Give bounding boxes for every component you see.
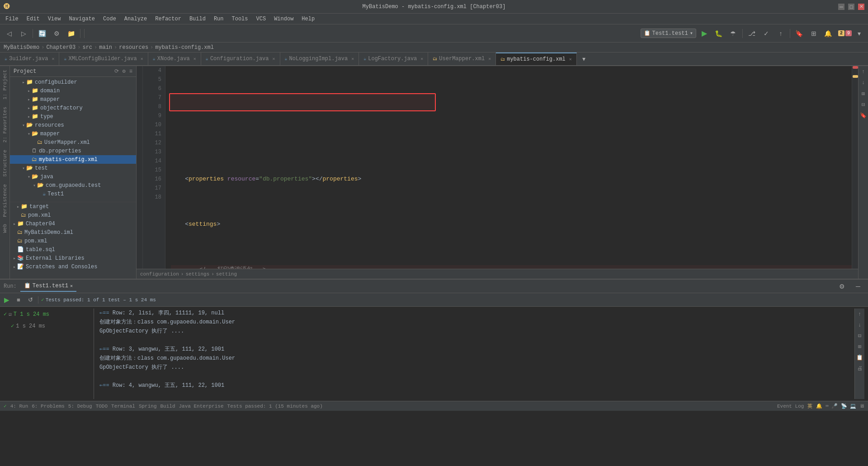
status-terminal-label[interactable]: Terminal (111, 404, 135, 409)
tree-item-scratches[interactable]: ▸ 📝 Scratches and Consoles (10, 262, 136, 271)
tab-xmlconfigbuilder[interactable]: ☕ XMLConfigBuilder.java ✕ (59, 52, 148, 65)
rerun-button[interactable]: ▶ (2, 295, 12, 305)
run-right-icon-1[interactable]: ↑ (856, 310, 864, 319)
favorites-label[interactable]: 2: Favorites (1, 103, 9, 146)
tree-item-configbuilder[interactable]: ▸ 📁 configbuilder (10, 78, 136, 86)
project-panel-label[interactable]: 1: Project (1, 66, 9, 103)
menu-navigate[interactable]: Navigate (65, 15, 99, 23)
breadcrumb-src[interactable]: src (82, 44, 92, 51)
run-right-icon-4[interactable]: ⊞ (856, 343, 864, 351)
tree-item-domain[interactable]: ▸ 📁 domain (10, 86, 136, 95)
status-spring-label[interactable]: Spring (139, 404, 157, 409)
layout-button[interactable]: ⊞ (807, 27, 820, 40)
tab-close-xnode[interactable]: ✕ (193, 56, 196, 62)
expand-errors-button[interactable]: ▾ (853, 27, 865, 40)
tab-xnode[interactable]: ☕ XNode.java ✕ (148, 52, 201, 65)
tab-configuration[interactable]: ☕ Configuration.java ✕ (201, 52, 280, 65)
stop-button[interactable]: ■ (14, 295, 24, 305)
status-event-log[interactable]: Event Log (777, 404, 804, 409)
test-item-root[interactable]: ✓ ☑ T 1 s 24 ms (4, 309, 90, 320)
tab-close-builder[interactable]: ✕ (52, 56, 54, 62)
breadcrumb-resources[interactable]: resources (119, 44, 148, 51)
tab-usermapper[interactable]: 🗂 UserMapper.xml ✕ (428, 52, 496, 65)
run-tab-test1[interactable]: 📋 Test1.test1 ✕ (20, 281, 76, 292)
run-tab-close[interactable]: ✕ (70, 283, 73, 289)
vcs-button[interactable]: ⎇ (745, 27, 758, 40)
status-todo-label[interactable]: TODO (96, 404, 108, 409)
breadcrumb-configuration[interactable]: configuration (140, 271, 179, 277)
menu-analyze[interactable]: Analyze (121, 15, 151, 23)
web-label[interactable]: Web (1, 220, 9, 237)
tab-close-usermapper[interactable]: ✕ (488, 56, 491, 62)
breadcrumb-project[interactable]: MyBatisDemo (4, 44, 39, 51)
tree-item-mapper[interactable]: ▸ 📁 mapper (10, 95, 136, 104)
tree-item-res-mapper[interactable]: ▾ 📂 mapper (10, 129, 136, 138)
tree-item-testpkg[interactable]: ▾ 📂 com.gupaoedu.test (10, 181, 136, 190)
tree-item-usermapper[interactable]: 🗂 UserMapper.xml (10, 138, 136, 147)
tree-item-iml[interactable]: 🗂 MyBatisDemo.iml (10, 228, 136, 237)
menu-view[interactable]: View (44, 15, 65, 23)
tree-item-objectfactory[interactable]: ▸ 📁 objectfactory (10, 104, 136, 112)
menu-window[interactable]: Window (270, 15, 297, 23)
tree-item-mybatisconfig[interactable]: 🗂 mybatis-config.xml (10, 155, 136, 164)
settings-button[interactable]: ⚙ (50, 27, 63, 40)
close-button[interactable]: ✕ (858, 4, 864, 10)
run-settings-button[interactable]: ⚙ (835, 280, 848, 293)
tree-item-test1[interactable]: ☕ Test1 (10, 190, 136, 198)
tab-mybatisconfig[interactable]: 🗂 mybatis-config.xml ✕ (496, 52, 577, 65)
run-minimize-button[interactable]: ─ (852, 280, 864, 293)
sidebar-gear-icon[interactable]: ≡ (129, 68, 132, 75)
commit-button[interactable]: ✓ (760, 27, 773, 40)
run-right-icon-6[interactable]: 🖨 (856, 365, 864, 373)
sync-button[interactable]: 🔄 (36, 27, 48, 40)
tab-nologging[interactable]: ☕ NoLoggingImpl.java ✕ (280, 52, 359, 65)
right-icon-5[interactable]: 🔖 (859, 111, 868, 119)
back-button[interactable]: ◁ (3, 27, 15, 40)
debug-button[interactable]: 🐛 (712, 27, 725, 40)
tree-item-chapter04[interactable]: ▸ 📁 Chapter04 (10, 219, 136, 228)
breadcrumb-file[interactable]: mybatis-config.xml (155, 44, 214, 51)
breadcrumb-settings[interactable]: settings (185, 271, 209, 277)
maximize-button[interactable]: □ (848, 4, 854, 10)
rerun2-button[interactable]: ↺ (25, 295, 35, 305)
menu-build[interactable]: Build (186, 15, 209, 23)
persistence-label[interactable]: Persistence (1, 181, 9, 221)
tree-item-target[interactable]: ▸ 📁 target (10, 202, 136, 211)
right-icon-2[interactable]: ↓ (859, 79, 868, 87)
test-item-sub[interactable]: ✓ 1 s 24 ms (4, 320, 90, 332)
coverage-button[interactable]: ☂ (727, 27, 740, 40)
forward-button[interactable]: ▷ (17, 27, 30, 40)
run-right-icon-2[interactable]: ↓ (856, 321, 864, 329)
tab-logfactory[interactable]: ☕ LogFactory.java ✕ (359, 52, 428, 65)
push-button[interactable]: ↑ (774, 27, 787, 40)
tree-item-test[interactable]: ▾ 📂 test (10, 164, 136, 172)
breadcrumb-chapter[interactable]: Chapter03 (46, 44, 75, 51)
menu-vcs[interactable]: VCS (253, 15, 270, 23)
structure-label[interactable]: Structure (1, 146, 9, 180)
sidebar-sync-icon[interactable]: ⟳ (114, 68, 119, 75)
tab-close-nologging[interactable]: ✕ (351, 56, 354, 62)
tab-close-mybatisconfig[interactable]: ✕ (569, 57, 572, 62)
run-config-selector[interactable]: 📋 Test1.test1 ▾ (641, 29, 696, 38)
menu-tools[interactable]: Tools (228, 15, 252, 23)
status-java-label[interactable]: Java Enterprise (179, 404, 224, 409)
tab-close-configuration[interactable]: ✕ (273, 56, 275, 62)
run-right-icon-5[interactable]: 📋 (856, 354, 864, 362)
tree-item-sql[interactable]: 📄 table.sql (10, 245, 136, 254)
status-build-label[interactable]: Build (160, 404, 175, 409)
menu-refactor[interactable]: Refactor (151, 15, 185, 23)
right-icon-4[interactable]: ⊟ (859, 100, 868, 109)
tab-overflow-button[interactable]: ▾ (578, 52, 590, 65)
breadcrumb-setting[interactable]: setting (216, 271, 237, 277)
menu-edit[interactable]: Edit (23, 15, 43, 23)
menu-run[interactable]: Run (210, 15, 227, 23)
right-icon-1[interactable]: ↑ (859, 68, 868, 76)
minimize-button[interactable]: ─ (838, 4, 844, 10)
tree-item-root-pom[interactable]: 🗂 pom.xml (10, 237, 136, 245)
tab-builder[interactable]: ☕ 3uilder.java ✕ (0, 52, 59, 65)
run-button[interactable]: ▶ (698, 27, 711, 40)
tree-item-ext-libs[interactable]: ▸ 📚 External Libraries (10, 254, 136, 262)
status-debug-label[interactable]: 5: Debug (68, 404, 92, 409)
tree-item-java[interactable]: ▾ 📂 java (10, 172, 136, 181)
code-editor[interactable]: 4 5 6 7 8 9 10 11 12 13 14 15 16 17 18 (137, 66, 858, 269)
